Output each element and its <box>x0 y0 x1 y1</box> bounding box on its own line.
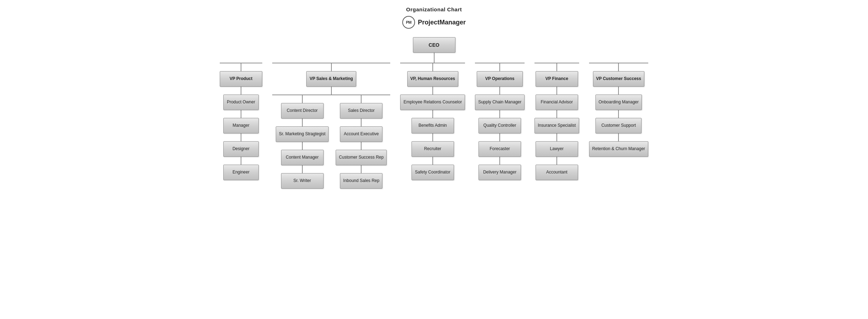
page-title: Organizational Chart <box>0 6 868 12</box>
vp-ops-node: VP Operations <box>477 71 523 87</box>
page-header: Organizational Chart PM ProjectManager <box>0 0 868 34</box>
manager-node: Manager <box>223 118 259 133</box>
hr-chain: Employee Relations Counselor Benefits Ad… <box>400 95 465 180</box>
vp-section: VP Product Product Owner Manager Designe… <box>4 63 864 189</box>
sales-director-node: Sales Director <box>340 103 382 119</box>
vp-product-node: VP Product <box>220 71 262 87</box>
brand-row: PM ProjectManager <box>0 16 868 29</box>
sales-director-col: Sales Director Account Executive Custome… <box>332 95 390 189</box>
vp-cs-block: VP Customer Success Onboarding Manager C… <box>584 63 653 157</box>
safety-coordinator-node: Safety Coordinator <box>411 165 454 180</box>
forecaster-node: Forecaster <box>478 141 521 157</box>
insurance-specialist-node: Insurance Specialist <box>534 118 579 133</box>
benefits-admin-node: Benefits Admin <box>411 118 454 133</box>
ceo-vbar <box>434 53 435 63</box>
vp-product-block: VP Product Product Owner Manager Designe… <box>215 63 267 180</box>
vp-connector-row: VP Product Product Owner Manager Designe… <box>4 63 864 189</box>
recruiter-node: Recruiter <box>411 141 454 157</box>
finance-chain: Financial Advisor Insurance Specialist L… <box>534 95 579 180</box>
brand-name: ProjectManager <box>418 19 466 26</box>
vp-ops-block: VP Operations Supply Chain Manager Quali… <box>470 63 530 180</box>
customer-success-rep-node: Customer Success Rep <box>336 150 387 165</box>
designer-node: Designer <box>223 141 259 157</box>
brand-logo: PM <box>402 16 415 29</box>
content-director-col: Content Director Sr. Marketing Stragtegi… <box>272 95 332 189</box>
onboarding-manager-node: Onboarding Manager <box>595 95 642 110</box>
financial-advisor-node: Financial Advisor <box>536 95 578 110</box>
content-manager-node: Content Manager <box>281 150 324 165</box>
product-owner-node: Product Owner <box>223 95 259 110</box>
engineer-node: Engineer <box>223 165 259 180</box>
sr-writer-node: Sr. Writer <box>281 173 324 189</box>
customer-support-node: Customer Support <box>595 118 642 133</box>
supply-chain-node: Supply Chain Manager <box>475 95 525 110</box>
ceo-section: CEO <box>413 37 455 63</box>
sr-marketing-node: Sr. Marketing Stragtegist <box>276 126 329 142</box>
vp-hr-block: VP, Human Resources Employee Relations C… <box>395 63 470 180</box>
inbound-sales-rep-node: Inbound Sales Rep <box>340 173 382 189</box>
vp-hr-node: VP, Human Resources <box>407 71 459 87</box>
vp-finance-node: VP Finance <box>536 71 578 87</box>
employee-relations-node: Employee Relations Counselor <box>400 95 465 110</box>
delivery-manager-node: Delivery Manager <box>478 165 521 180</box>
ceo-node: CEO <box>413 37 455 53</box>
quality-controller-node: Quality Controller <box>478 118 521 133</box>
content-director-node: Content Director <box>281 103 324 119</box>
vp-sales-node: VP Sales & Marketing <box>306 71 356 87</box>
vp-cs-node: VP Customer Success <box>593 71 644 87</box>
lawyer-node: Lawyer <box>536 141 578 157</box>
retention-churn-node: Retention & Churn Manager <box>589 141 648 157</box>
sales-children: Content Director Sr. Marketing Stragtegi… <box>272 95 390 189</box>
vp-finance-block: VP Finance Financial Advisor Insurance S… <box>530 63 584 180</box>
account-executive-node: Account Executive <box>340 126 382 142</box>
product-chain: Product Owner Manager Designer Engineer <box>223 95 259 180</box>
ops-chain: Supply Chain Manager Quality Controller … <box>475 95 525 180</box>
sales-two-branches: Content Director Sr. Marketing Stragtegi… <box>272 95 390 189</box>
cs-chain: Onboarding Manager Customer Support Rete… <box>589 95 648 157</box>
chart-area: CEO VP Product Product Owner Manage <box>0 34 868 199</box>
org-chart: CEO VP Product Product Owner Manage <box>4 37 864 189</box>
vp-sales-block: VP Sales & Marketing Content Director <box>267 63 395 189</box>
accountant-node: Accountant <box>536 165 578 180</box>
